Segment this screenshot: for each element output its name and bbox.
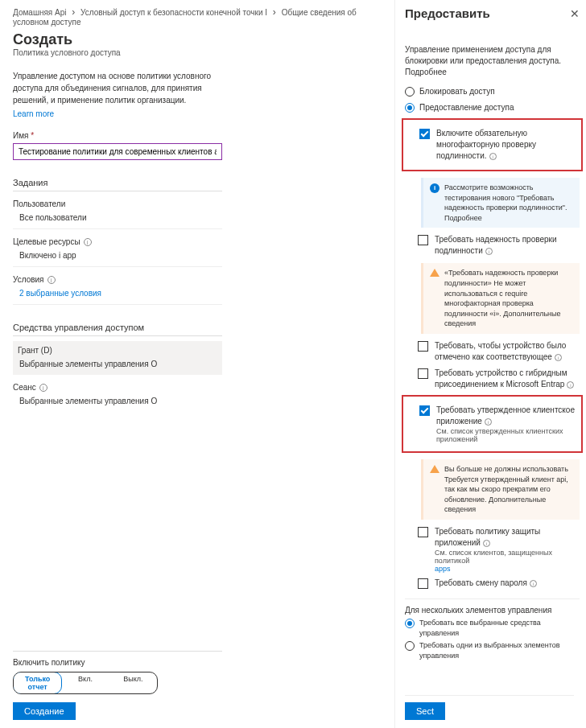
radio-icon: [405, 641, 415, 651]
toggle-on[interactable]: Вкл.: [61, 672, 109, 693]
info-icon: i: [430, 183, 440, 193]
info-icon[interactable]: i: [485, 248, 493, 255]
info-icon[interactable]: i: [47, 276, 56, 284]
conditions-value[interactable]: 2 выбранные условия: [13, 286, 222, 302]
enable-policy-label: Включить политику: [13, 658, 222, 667]
info-icon[interactable]: i: [483, 540, 490, 547]
approved-client-subtext: См. список утвержденных клиентских прило…: [436, 427, 578, 443]
radio-icon: [405, 103, 415, 113]
checkbox-password-change[interactable]: Требовать смену пароляi: [418, 578, 580, 589]
grant-pane-desc: Управление применением доступа для блоки…: [405, 44, 580, 78]
chevron-right-icon: ›: [72, 6, 75, 18]
checkbox-compliant-device[interactable]: Требовать, чтобы устройство было отмечен…: [418, 340, 580, 363]
radio-grant-access[interactable]: Предоставление доступа: [405, 102, 580, 113]
checkbox-icon: [418, 368, 428, 379]
checkbox-auth-strength[interactable]: Требовать надежность проверки подлинност…: [418, 234, 580, 257]
warning-icon: [430, 465, 440, 473]
grant-label: Грант (D): [18, 346, 217, 355]
chevron-right-icon: ›: [273, 6, 276, 18]
assignments-header: Задания: [13, 178, 222, 191]
breadcrumb: Домашняя Api › Условный доступ к безопас…: [13, 6, 382, 27]
radio-icon: [405, 619, 415, 628]
checkbox-icon: [419, 129, 430, 139]
info-icon[interactable]: i: [84, 238, 92, 246]
checkbox-icon: [418, 235, 428, 245]
radio-require-all[interactable]: Требовать все выбранные средства управле…: [405, 618, 580, 638]
info-icon[interactable]: i: [555, 354, 562, 361]
checkbox-icon: [418, 341, 428, 352]
access-controls-header: Средства управления доступом: [13, 323, 222, 336]
checkbox-icon: [419, 405, 430, 416]
learn-more-link[interactable]: Learn more: [13, 109, 382, 118]
session-value[interactable]: Выбранные элементы управления O: [13, 393, 222, 410]
highlight-mfa: Включите обязательную многофакторную про…: [402, 118, 583, 171]
grant-block[interactable]: Грант (D) Выбранные элементы управления …: [13, 341, 222, 375]
checkbox-approved-client[interactable]: Требовать утвержденное клиентское прилож…: [419, 405, 578, 427]
highlight-approved-app: Требовать утвержденное клиентское прилож…: [402, 395, 583, 453]
app-protection-subtext: См. список клиентов, защищенных политико…: [435, 549, 580, 573]
toggle-off[interactable]: Выкл.: [109, 672, 157, 693]
users-label: Пользователи: [13, 199, 222, 208]
select-button[interactable]: Sect: [405, 702, 445, 720]
page-description: Управление доступом на основе политики у…: [13, 70, 222, 106]
users-value[interactable]: Все пользователи: [13, 210, 222, 227]
callout-auth-strength-info: i Рассмотрите возможность тестирования н…: [421, 178, 580, 228]
radio-require-one[interactable]: Требовать одни из выбранных элементов уп…: [405, 640, 580, 660]
breadcrumb-home[interactable]: Домашняя Api: [13, 8, 67, 17]
breadcrumb-mid[interactable]: Условный доступ к безопасности конечной …: [80, 8, 267, 17]
info-icon[interactable]: i: [530, 580, 537, 587]
enable-policy-toggle[interactable]: Только отчет Вкл. Выкл.: [13, 672, 158, 694]
radio-icon: [405, 87, 415, 97]
multiple-controls-header: Для нескольких элементов управления: [405, 606, 580, 615]
apps-link[interactable]: apps: [435, 565, 451, 573]
grant-pane-title: Предоставить: [405, 6, 490, 20]
name-input[interactable]: [13, 143, 222, 160]
radio-block-access[interactable]: Блокировать доступ: [405, 86, 580, 97]
checkbox-icon: [418, 527, 428, 537]
info-icon[interactable]: i: [39, 384, 47, 392]
session-label: Сеансi: [13, 383, 222, 392]
checkbox-hybrid-join[interactable]: Требовать устройство с гибридным присоед…: [418, 368, 580, 390]
checkbox-app-protection[interactable]: Требовать политику защиты приложенийi: [418, 526, 580, 549]
page-title: Создать: [13, 31, 382, 48]
resources-label: Целевые ресурсыi: [13, 237, 222, 246]
close-icon[interactable]: ✕: [570, 7, 580, 20]
info-icon[interactable]: i: [567, 381, 574, 389]
info-icon[interactable]: i: [489, 153, 497, 160]
warning-icon: [430, 269, 440, 277]
toggle-report-only[interactable]: Только отчет: [13, 672, 62, 694]
callout-approved-deprecated: Вы больше не должны использовать Требует…: [421, 459, 580, 520]
page-subtitle: Политика условного доступа: [13, 48, 382, 57]
info-icon[interactable]: i: [485, 418, 492, 426]
checkbox-require-mfa[interactable]: Включите обязательную многофакторную про…: [419, 128, 578, 162]
resources-value[interactable]: Включено i app: [13, 248, 222, 265]
name-label: Имя *: [13, 131, 382, 140]
create-button[interactable]: Создание: [13, 702, 76, 720]
checkbox-icon: [418, 578, 428, 589]
grant-value: Выбранные элементы управления O: [18, 356, 217, 373]
callout-auth-strength-warn: «Требовать надежность проверки подлиннос…: [421, 263, 580, 334]
conditions-label: Условияi: [13, 275, 222, 284]
